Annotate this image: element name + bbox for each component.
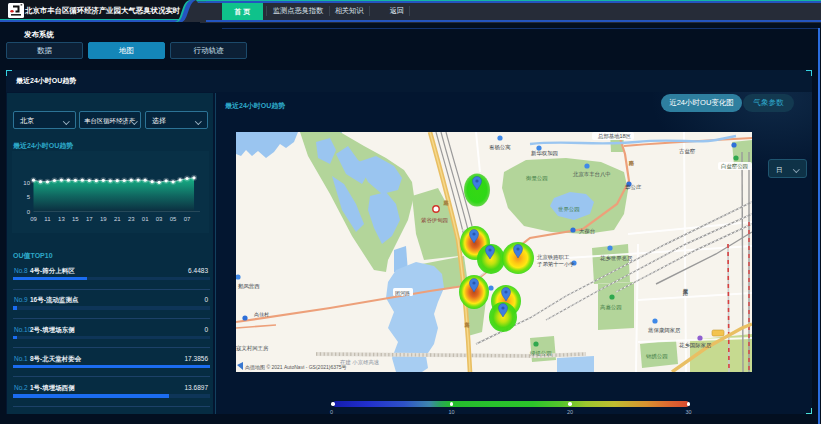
svg-text:0: 0 [27,209,31,215]
svg-text:新华双加园: 新华双加园 [531,150,558,157]
svg-text:攀公庄: 攀公庄 [625,184,642,190]
svg-text:子弟第十一小学: 子弟第十一小学 [537,261,575,268]
svg-text:白盆窑公园: 白盆窑公园 [721,163,748,170]
svg-text:高佳村: 高佳村 [254,311,269,318]
svg-text:07: 07 [184,216,191,222]
svg-text:19: 19 [100,216,107,222]
svg-text:寇文村回王房: 寇文村回王房 [236,345,269,352]
svg-text:10: 10 [23,180,30,186]
svg-text:21: 21 [114,216,121,222]
svg-text:03: 03 [156,216,163,222]
svg-text:01: 01 [142,216,149,222]
svg-text:看杨公寓: 看杨公寓 [489,144,511,151]
svg-text:13: 13 [58,216,65,222]
svg-text:北京铁路职工: 北京铁路职工 [536,254,570,261]
svg-text:总部基地18区: 总部基地18区 [597,133,632,140]
svg-text:11: 11 [44,216,51,222]
svg-text:09: 09 [30,216,37,222]
svg-text:蒸保康阔家居: 蒸保康阔家居 [648,327,681,334]
svg-text:北京市丰台八中: 北京市丰台八中 [572,171,611,178]
svg-text:15: 15 [72,216,79,222]
svg-text:绿堤公园: 绿堤公园 [530,350,552,357]
svg-text:世界公园: 世界公园 [558,206,580,213]
svg-text:紫谷伊甸园: 紫谷伊甸园 [421,217,448,224]
svg-text:高德地图 © 2021 AutoNavi - GS(2021: 高德地图 © 2021 AutoNavi - GS(2021)6375号 [245,364,347,371]
svg-text:团河路: 团河路 [395,290,410,297]
svg-text:大葆台: 大葆台 [579,228,595,234]
svg-text:锦绣公园: 锦绣公园 [645,353,668,360]
svg-text:17: 17 [86,216,93,222]
svg-text:花乡国际家居: 花乡国际家居 [679,342,712,349]
svg-text:御景公园: 御景公园 [525,175,548,182]
svg-text:鹅凤营西: 鹅凤营西 [238,283,260,290]
svg-text:花乡世界名居: 花乡世界名居 [600,255,633,262]
svg-text:高鑫公园: 高鑫公园 [600,304,622,311]
svg-text:23: 23 [128,216,135,222]
svg-text:古盆窑: 古盆窑 [679,148,696,154]
svg-text:5: 5 [27,194,31,200]
svg-text:05: 05 [170,216,177,222]
